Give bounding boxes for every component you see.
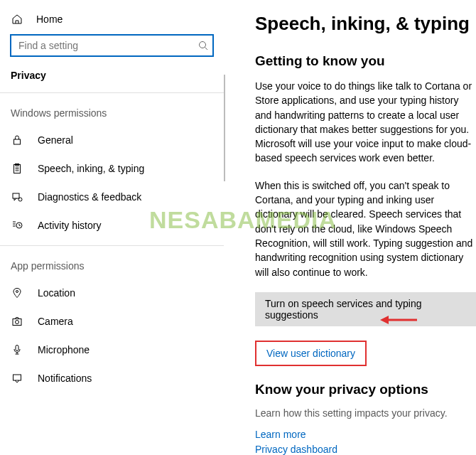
sidebar-item-activity-history[interactable]: Activity history bbox=[0, 211, 224, 240]
search-icon bbox=[198, 41, 208, 50]
svg-point-9 bbox=[18, 198, 22, 201]
svg-marker-24 bbox=[380, 316, 389, 324]
lock-icon bbox=[11, 134, 23, 146]
svg-rect-2 bbox=[14, 139, 21, 144]
section-heading-privacy-options: Know your privacy options bbox=[255, 382, 476, 397]
view-user-dictionary-link[interactable]: View user dictionary bbox=[255, 341, 367, 366]
sidebar-item-location[interactable]: Location bbox=[0, 279, 224, 307]
sidebar-item-diagnostics-feedback[interactable]: Diagnostics & feedback bbox=[0, 183, 224, 211]
svg-rect-17 bbox=[13, 319, 21, 326]
svg-line-1 bbox=[205, 48, 208, 50]
svg-rect-19 bbox=[16, 346, 18, 351]
main-content: Speech, inking, & typing Getting to know… bbox=[224, 0, 476, 455]
search-input[interactable] bbox=[10, 34, 214, 57]
clipboard-icon bbox=[11, 162, 23, 175]
privacy-dashboard-link[interactable]: Privacy dashboard bbox=[255, 442, 476, 455]
sidebar-item-speech-inking-typing[interactable]: Speech, inking, & typing bbox=[0, 154, 224, 183]
sidebar-item-microphone[interactable]: Microphone bbox=[0, 336, 224, 364]
section-heading-getting-to-know-you: Getting to know you bbox=[255, 53, 476, 69]
sidebar-item-label: General bbox=[38, 134, 73, 146]
sidebar-item-label: Camera bbox=[38, 316, 73, 327]
sidebar-item-label: Notifications bbox=[38, 373, 92, 384]
feedback-icon bbox=[11, 191, 23, 203]
group-app-permissions: App permissions bbox=[0, 250, 224, 279]
toggle-speech-services-button[interactable]: Turn on speech services and typing sugge… bbox=[255, 292, 476, 326]
sidebar-item-notifications[interactable]: Notifications bbox=[0, 364, 224, 392]
sidebar-item-camera[interactable]: Camera bbox=[0, 307, 224, 336]
divider bbox=[0, 92, 224, 93]
scrollbar-indicator[interactable] bbox=[224, 75, 225, 181]
activity-history-icon bbox=[11, 219, 23, 232]
camera-icon bbox=[11, 315, 23, 328]
svg-rect-22 bbox=[13, 375, 21, 380]
divider bbox=[0, 245, 224, 246]
annotation-arrow-icon bbox=[379, 313, 418, 327]
svg-rect-8 bbox=[13, 193, 19, 198]
description-paragraph-2: When this is switched off, you can't spe… bbox=[255, 178, 476, 279]
home-icon bbox=[11, 13, 23, 26]
svg-point-16 bbox=[16, 291, 18, 293]
privacy-options-subtext: Learn how this setting impacts your priv… bbox=[255, 407, 476, 419]
learn-more-link[interactable]: Learn more bbox=[255, 427, 476, 442]
current-section-title: Privacy bbox=[0, 65, 224, 87]
description-paragraph-1: Use your voice to do things like talk to… bbox=[255, 79, 476, 166]
notifications-icon bbox=[11, 372, 23, 385]
page-title: Speech, inking, & typing bbox=[255, 13, 476, 35]
sidebar-item-label: Activity history bbox=[38, 220, 101, 231]
sidebar-item-label: Microphone bbox=[38, 344, 90, 355]
svg-point-0 bbox=[200, 42, 206, 48]
sidebar-item-general[interactable]: General bbox=[0, 126, 224, 154]
location-icon bbox=[11, 287, 23, 299]
svg-line-15 bbox=[19, 225, 21, 226]
sidebar-item-label: Speech, inking, & typing bbox=[38, 163, 144, 174]
settings-sidebar: Home Privacy Windows permissions General bbox=[0, 0, 224, 455]
group-windows-permissions: Windows permissions bbox=[0, 97, 224, 126]
microphone-icon bbox=[11, 343, 23, 356]
nav-home[interactable]: Home bbox=[0, 7, 224, 31]
svg-point-18 bbox=[16, 321, 19, 324]
sidebar-item-label: Location bbox=[38, 287, 75, 299]
nav-home-label: Home bbox=[36, 14, 63, 25]
sidebar-item-label: Diagnostics & feedback bbox=[38, 191, 141, 203]
